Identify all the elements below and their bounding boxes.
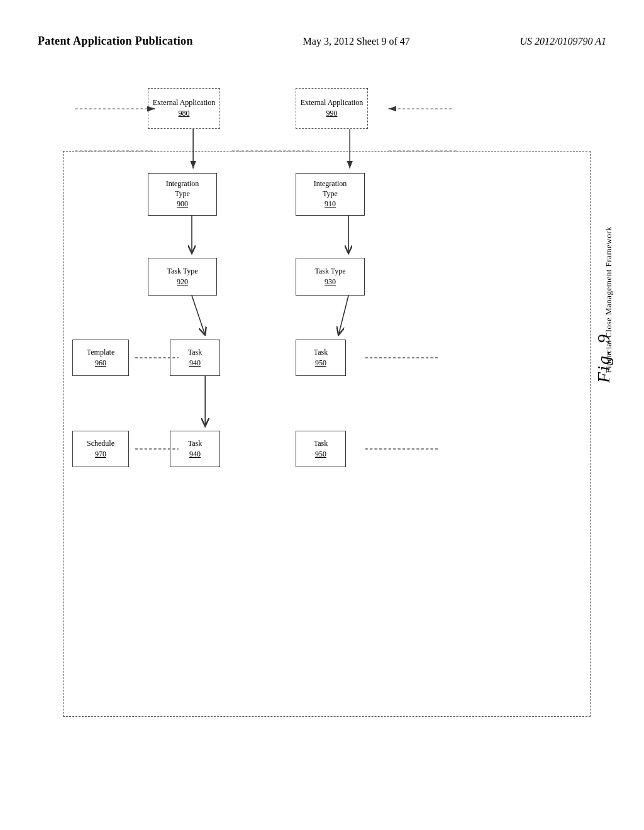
schedule-970-label: Schedule: [87, 439, 114, 449]
box-ext-app-980: External Application 980: [148, 88, 220, 129]
task-940-upper-ref: 940: [189, 358, 201, 368]
task-type-920-label: Task Type: [167, 267, 197, 277]
task-type-930-label: Task Type: [314, 267, 345, 277]
box-task-type-920: Task Type 920: [148, 258, 217, 296]
template-960-label: Template: [87, 348, 114, 358]
ext-app-990-label: External Application: [301, 98, 364, 108]
task-950-lower-ref: 950: [315, 450, 326, 460]
int-type-910-ref: 910: [325, 199, 336, 209]
task-940-lower-ref: 940: [189, 450, 201, 460]
task-950-lower-label: Task: [314, 439, 328, 449]
task-940-upper-label: Task: [188, 348, 203, 358]
box-task-940-upper: Task 940: [170, 340, 220, 376]
publication-title: Patent Application Publication: [38, 35, 193, 48]
task-type-930-ref: 930: [325, 277, 336, 287]
box-schedule-970: Schedule 970: [72, 431, 129, 467]
task-type-920-ref: 920: [177, 277, 188, 287]
patent-number: US 2012/0109790 A1: [520, 36, 606, 47]
ext-app-980-label: External Application: [153, 98, 216, 108]
ext-app-990-ref: 990: [326, 109, 338, 119]
schedule-970-ref: 970: [95, 450, 106, 460]
template-960-ref: 960: [95, 358, 106, 368]
box-task-950-upper: Task 950: [296, 340, 346, 376]
box-task-940-lower: Task 940: [170, 431, 220, 467]
sheet-info: May 3, 2012 Sheet 9 of 47: [303, 36, 410, 47]
box-task-950-lower: Task 950: [296, 431, 346, 467]
box-integration-type-900: IntegrationType 900: [148, 173, 217, 216]
box-ext-app-990: External Application 990: [296, 88, 368, 129]
box-template-960: Template 960: [72, 340, 129, 376]
page-header: Patent Application Publication May 3, 20…: [0, 35, 644, 48]
int-type-900-ref: 900: [177, 199, 188, 209]
box-integration-type-910: IntegrationType 910: [296, 173, 365, 216]
diagram-area: Financial Close Management Framework Fig…: [25, 88, 625, 729]
ext-app-980-ref: 980: [179, 109, 190, 119]
task-950-upper-label: Task: [314, 348, 328, 358]
int-type-900-label: IntegrationType: [166, 179, 199, 199]
fig-label: Fig. 9: [594, 333, 614, 383]
int-type-910-label: IntegrationType: [314, 179, 347, 199]
box-task-type-930: Task Type 930: [296, 258, 365, 296]
task-950-upper-ref: 950: [315, 358, 326, 368]
task-940-lower-label: Task: [188, 439, 203, 449]
